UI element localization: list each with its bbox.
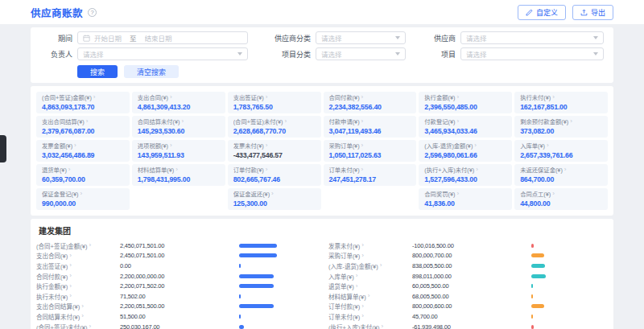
metric-label: 合同结算未付(¥)› <box>36 312 120 321</box>
metric-label: 合同付款(¥)› <box>36 272 120 281</box>
stat-card-label: 入库单(¥)› <box>520 142 602 150</box>
stat-card[interactable]: (合同+签证)金额(¥)› 4,863,093,178.70 <box>36 92 130 113</box>
supplier-category-select[interactable]: 请选择 <box>316 31 406 44</box>
stat-card[interactable]: 材料结算单(¥)› 1,798,431,995.00 <box>132 164 225 186</box>
stat-card[interactable]: 合同结算未付(¥)› 145,293,530.60 <box>132 116 225 138</box>
stat-card[interactable]: 退货单(¥)› 60,359,700.00 <box>36 164 130 186</box>
metric-label: 订单未付(¥)› <box>328 312 412 321</box>
group-metric-row[interactable]: 材料结算单(¥)› 68,005,500.00 <box>328 291 608 302</box>
stat-card[interactable]: 订单未付(¥)› 247,451,278.17 <box>324 164 417 186</box>
metric-label: 材料结算单(¥)› <box>328 292 412 301</box>
stat-card-value: 162,167,851.00 <box>520 103 602 111</box>
stat-card[interactable]: 发票未付(¥)› -433,477,546.57 <box>228 140 321 162</box>
metric-value: -61,939,498.00 <box>412 323 531 329</box>
stat-card-label: 订单未付(¥)› <box>329 166 411 174</box>
clear-search-button[interactable]: 清空搜索 <box>124 65 179 78</box>
stat-card[interactable]: (执行+入库)未付(¥)› 1,527,596,433.00 <box>419 164 512 186</box>
group-metric-row[interactable]: (合同+签证)未付(¥)› 250,030,167.00 <box>36 322 316 329</box>
stat-card-value: 3,032,456,486.89 <box>42 151 124 159</box>
group-metric-row[interactable]: 支出合同结算(¥)› 2,200,051,500.00 <box>36 302 316 312</box>
chevron-right-icon: › <box>570 118 572 125</box>
chevron-right-icon: › <box>170 94 172 101</box>
stat-card[interactable]: 执行未付(¥)› 162,167,851.00 <box>514 92 608 113</box>
stat-card[interactable]: 订单付款(¥)› 802,665,767.46 <box>228 164 321 186</box>
group-metric-row[interactable]: 订单未付(¥)› 45,700.00 <box>328 311 608 322</box>
stat-card-label: 合同点工(¥)› <box>520 190 602 198</box>
stat-card-label: 退货单(¥)› <box>42 166 124 174</box>
group-metric-row[interactable]: 退货单(¥)› 60,005,500.00 <box>328 281 608 291</box>
group-metric-row[interactable]: (合同+签证)金额(¥)› 2,450,071,501.00 <box>36 241 316 251</box>
customize-button[interactable]: 自定义 <box>518 5 566 20</box>
stat-card[interactable]: 支出合同结算(¥)› 2,379,676,087.00 <box>36 116 130 138</box>
metric-label: (入库-退货)金额(¥)› <box>328 261 412 270</box>
chevron-right-icon: › <box>81 313 84 319</box>
stat-card[interactable]: 合同付款(¥)› 2,234,382,556.40 <box>324 92 417 113</box>
help-icon[interactable]: ? <box>88 8 97 17</box>
stat-card-label: (合同+签证)金额(¥)› <box>42 93 124 101</box>
project-category-select[interactable]: 请选择 <box>316 47 406 60</box>
stat-card[interactable]: 入库单(¥)› 2,657,339,761.66 <box>514 140 608 162</box>
stat-card-label: 付款申请(¥)› <box>329 117 411 125</box>
project-label: 项目 <box>420 49 456 60</box>
stat-card[interactable]: 执行金额(¥)› 2,396,550,485.00 <box>419 92 512 113</box>
stat-card[interactable]: 剩余预付款金额(¥)› 373,082.00 <box>514 116 608 138</box>
chevron-right-icon: › <box>361 242 364 249</box>
stat-card[interactable]: 支出签证(¥)› 1,783,765.50 <box>228 92 321 113</box>
stat-card[interactable]: 合同奖罚(¥)› 41,836.00 <box>419 188 512 210</box>
supplier-select[interactable]: 请选择 <box>460 31 604 44</box>
chevron-right-icon: › <box>74 142 76 149</box>
stat-card[interactable]: 采购订单(¥)› 1,050,117,025.63 <box>324 140 417 162</box>
group-metric-row[interactable]: 执行金额(¥)› 2,200,071,502.00 <box>36 281 316 291</box>
group-metric-row[interactable]: 发票未付(¥)› -100,016,500.00 <box>328 241 608 251</box>
stat-card[interactable]: (入库-退货)金额(¥)› 2,596,980,061.66 <box>419 140 512 162</box>
group-metric-row[interactable]: 入库单(¥)› 898,011,000.00 <box>328 271 608 282</box>
owner-select[interactable]: 请选择 <box>77 47 248 60</box>
group-metric-row[interactable]: 执行未付(¥)› 71,502.00 <box>36 291 316 302</box>
stat-card-label: 执行未付(¥)› <box>520 93 602 101</box>
group-metric-row[interactable]: 支出签证(¥)› 0.00 <box>36 261 316 271</box>
metric-label: 支出合同结算(¥)› <box>36 302 120 310</box>
metric-bar <box>531 315 608 319</box>
group-metric-row[interactable]: 合同付款(¥)› 2,200,000,000.00 <box>36 271 316 282</box>
sidebar-handle[interactable] <box>0 135 6 162</box>
page-title: 供应商账款 <box>31 5 83 20</box>
stat-card[interactable]: 合同点工(¥)› 44,800.00 <box>514 188 608 210</box>
metric-bar <box>531 253 608 257</box>
metric-label: (合同+签证)未付(¥)› <box>36 323 120 329</box>
stat-card-label: 剩余预付款金额(¥)› <box>520 117 602 125</box>
metric-bar <box>531 294 608 298</box>
metric-value: 0.00 <box>120 262 239 269</box>
metric-bar <box>239 264 316 268</box>
group-metric-row[interactable]: (入库-退货)金额(¥)› 838,005,500.00 <box>328 261 608 271</box>
group-metric-row[interactable]: 支出合同(¥)› 2,450,071,501.00 <box>36 251 316 261</box>
stat-card-value: 990,000.00 <box>42 199 124 208</box>
period-label: 期间 <box>40 33 72 43</box>
date-range-input[interactable]: 开始日期 至 结束日期 <box>77 31 248 44</box>
group-metric-row[interactable]: 订单付款(¥)› 800,000,600.00 <box>328 302 608 312</box>
stat-card[interactable]: 付款申请(¥)› 3,047,119,493.46 <box>324 116 417 138</box>
metric-label: (合同+签证)金额(¥)› <box>36 241 120 250</box>
stat-card-value: 1,783,765.50 <box>233 103 316 111</box>
metric-bar <box>239 253 316 257</box>
stat-card[interactable]: (合同+签证)未付(¥)› 2,628,668,770.70 <box>228 116 321 138</box>
stat-card-label: 发票未付(¥)› <box>233 142 316 150</box>
search-button[interactable]: 搜索 <box>77 65 118 78</box>
stat-card[interactable]: 支出合同(¥)› 4,861,309,413.20 <box>132 92 225 113</box>
group-metric-row[interactable]: 合同结算未付(¥)› 51,500.00 <box>36 311 316 322</box>
group-metric-row[interactable]: (执行+入库)未付(¥)› -61,939,498.00 <box>328 322 608 329</box>
stat-card[interactable]: 保证金返还(¥)› 125,300.00 <box>228 188 321 210</box>
stat-card[interactable]: 未返还保证金(¥)› 864,700.00 <box>514 164 608 186</box>
export-button[interactable]: 导出 <box>572 5 613 20</box>
metric-value: 800,000,700.00 <box>412 252 531 259</box>
stat-card[interactable]: 发票金额(¥)› 3,032,456,486.89 <box>36 140 130 162</box>
group-metric-row[interactable]: 采购订单(¥)› 800,000,700.00 <box>328 251 608 261</box>
chevron-right-icon: › <box>89 323 92 329</box>
metric-label: 退货单(¥)› <box>328 282 412 290</box>
stat-card-label: 支出合同结算(¥)› <box>42 117 124 125</box>
metric-label: 采购订单(¥)› <box>328 251 412 260</box>
stat-card[interactable]: 保证金登记(¥)› 990,000.00 <box>36 188 130 210</box>
project-select[interactable]: 请选择 <box>460 47 604 60</box>
stat-card-value: 2,628,668,770.70 <box>233 127 316 135</box>
stat-card[interactable]: 进项税额(¥)› 143,959,511.93 <box>132 140 225 162</box>
stat-card[interactable]: 付款登记(¥)› 3,465,934,033.46 <box>419 116 512 138</box>
